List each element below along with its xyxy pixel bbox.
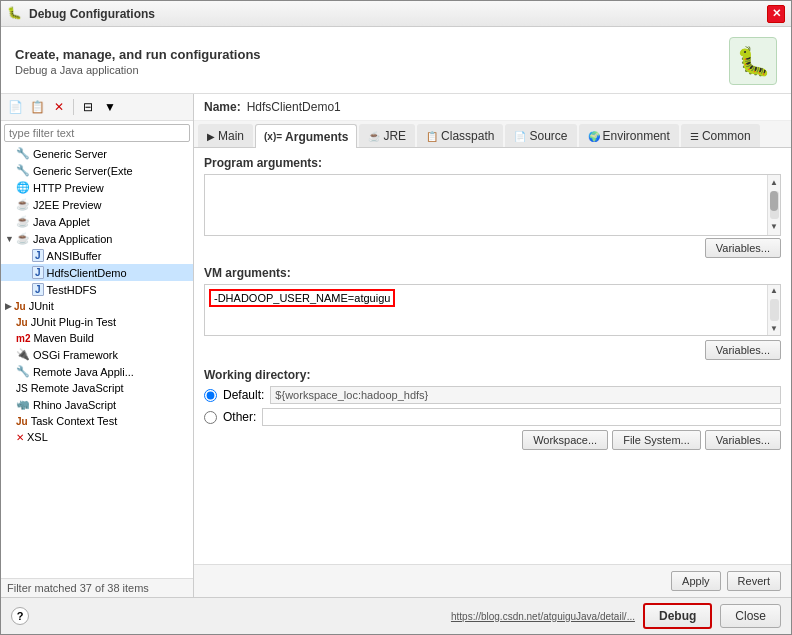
- vm-scrollbar-track: [770, 299, 779, 321]
- filter-status: Filter matched 37 of 38 items: [1, 578, 193, 597]
- tree-item-label: Generic Server(Exte: [33, 165, 133, 177]
- tree-item-label: Rhino JavaScript: [33, 399, 116, 411]
- tree-item[interactable]: 🔧Generic Server(Exte: [1, 162, 193, 179]
- source-tab-label: Source: [529, 129, 567, 143]
- environment-tab-label: Environment: [603, 129, 670, 143]
- default-radio[interactable]: [204, 389, 217, 402]
- tree-item[interactable]: ☕J2EE Preview: [1, 196, 193, 213]
- program-args-box: ▲ ▼: [204, 174, 781, 236]
- program-args-input[interactable]: [205, 175, 767, 235]
- tree-item[interactable]: JHdfsClientDemo: [1, 264, 193, 281]
- default-radio-label: Default:: [223, 388, 264, 402]
- tree-item-label: Task Context Test: [31, 415, 118, 427]
- tab-environment[interactable]: 🌍 Environment: [579, 124, 679, 147]
- tree-item[interactable]: JANSIBuffer: [1, 247, 193, 264]
- tab-source[interactable]: 📄 Source: [505, 124, 576, 147]
- scrollbar-track: [770, 191, 779, 219]
- tree-item-label: Maven Build: [33, 332, 94, 344]
- tree-item[interactable]: 🌐HTTP Preview: [1, 179, 193, 196]
- program-args-label: Program arguments:: [204, 156, 781, 170]
- working-dir-section: Working directory: Default: Other: Works…: [204, 368, 781, 450]
- config-content: Program arguments: ▲ ▼ Variables...: [194, 148, 791, 564]
- jre-tab-icon: ☕: [368, 131, 380, 142]
- tree-item[interactable]: ▶JuJUnit: [1, 298, 193, 314]
- common-tab-label: Common: [702, 129, 751, 143]
- tabs-bar: ▶ Main (x)= Arguments ☕ JRE 📋 Classpath …: [194, 121, 791, 148]
- arguments-tab-icon: (x)=: [264, 131, 282, 142]
- other-radio-label: Other:: [223, 410, 256, 424]
- vm-scroll-down[interactable]: ▼: [770, 323, 778, 335]
- tab-main[interactable]: ▶ Main: [198, 124, 253, 147]
- vm-args-box: -DHADOOP_USER_NAME=atguigu ▲ ▼: [204, 284, 781, 336]
- vm-args-value[interactable]: -DHADOOP_USER_NAME=atguigu: [209, 289, 395, 307]
- tree-item[interactable]: JSRemote JavaScript: [1, 380, 193, 396]
- program-variables-button[interactable]: Variables...: [705, 238, 781, 258]
- tree-item[interactable]: JTestHDFS: [1, 281, 193, 298]
- tree-item[interactable]: 🔌OSGi Framework: [1, 346, 193, 363]
- bottom-right: https://blog.csdn.net/atguiguJava/detail…: [451, 603, 781, 629]
- delete-config-button[interactable]: ✕: [49, 97, 69, 117]
- workspace-button[interactable]: Workspace...: [522, 430, 608, 450]
- apply-button[interactable]: Apply: [671, 571, 721, 591]
- vm-scroll-up[interactable]: ▲: [770, 285, 778, 297]
- window-close-button[interactable]: ✕: [767, 5, 785, 23]
- search-box: [4, 124, 190, 142]
- menu-button[interactable]: ▼: [100, 97, 120, 117]
- tree-item[interactable]: m2Maven Build: [1, 330, 193, 346]
- tree-item-label: TestHDFS: [47, 284, 97, 296]
- debug-button[interactable]: Debug: [643, 603, 712, 629]
- duplicate-config-button[interactable]: 📋: [27, 97, 47, 117]
- vm-args-label: VM arguments:: [204, 266, 781, 280]
- other-radio-row: Other:: [204, 408, 781, 426]
- dir-buttons: Workspace... File System... Variables...: [204, 430, 781, 450]
- arguments-tab-label: Arguments: [285, 130, 348, 144]
- tree-item[interactable]: JuTask Context Test: [1, 413, 193, 429]
- tree-item-label: OSGi Framework: [33, 349, 118, 361]
- scroll-down-arrow[interactable]: ▼: [770, 221, 778, 233]
- main-tab-icon: ▶: [207, 131, 215, 142]
- header-title: Create, manage, and run configurations: [15, 47, 261, 62]
- other-dir-input[interactable]: [262, 408, 781, 426]
- tree-item[interactable]: 🔧Remote Java Appli...: [1, 363, 193, 380]
- tree-item-label: HTTP Preview: [33, 182, 104, 194]
- tree-item[interactable]: 🦏Rhino JavaScript: [1, 396, 193, 413]
- scrollbar-thumb: [770, 191, 778, 211]
- tree-item[interactable]: JuJUnit Plug-in Test: [1, 314, 193, 330]
- classpath-tab-icon: 📋: [426, 131, 438, 142]
- default-radio-row: Default:: [204, 386, 781, 404]
- working-dir-label: Working directory:: [204, 368, 781, 382]
- tree-item[interactable]: ☕Java Applet: [1, 213, 193, 230]
- window-title: Debug Configurations: [29, 7, 767, 21]
- tree-item[interactable]: 🔧Generic Server: [1, 145, 193, 162]
- new-config-button[interactable]: 📄: [5, 97, 25, 117]
- dir-variables-button[interactable]: Variables...: [705, 430, 781, 450]
- tree-item-label: HdfsClientDemo: [47, 267, 127, 279]
- tree-item[interactable]: ▼☕Java Application: [1, 230, 193, 247]
- tab-arguments[interactable]: (x)= Arguments: [255, 124, 357, 148]
- header-subtitle: Debug a Java application: [15, 64, 261, 76]
- close-button[interactable]: Close: [720, 604, 781, 628]
- file-system-button[interactable]: File System...: [612, 430, 701, 450]
- revert-button[interactable]: Revert: [727, 571, 781, 591]
- program-args-section: Program arguments: ▲ ▼ Variables...: [204, 156, 781, 258]
- other-radio[interactable]: [204, 411, 217, 424]
- title-bar: 🐛 Debug Configurations ✕: [1, 1, 791, 27]
- help-button[interactable]: ?: [11, 607, 29, 625]
- tree-item-label: Java Applet: [33, 216, 90, 228]
- collapse-button[interactable]: ⊟: [78, 97, 98, 117]
- search-input[interactable]: [4, 124, 190, 142]
- window-icon: 🐛: [7, 6, 23, 22]
- vm-variables-button[interactable]: Variables...: [705, 340, 781, 360]
- vm-vars-row: Variables...: [204, 340, 781, 360]
- tree-item-label: J2EE Preview: [33, 199, 101, 211]
- tree-item[interactable]: ✕XSL: [1, 429, 193, 445]
- default-dir-input[interactable]: [270, 386, 781, 404]
- name-label: Name:: [204, 100, 241, 114]
- tab-jre[interactable]: ☕ JRE: [359, 124, 415, 147]
- tab-classpath[interactable]: 📋 Classpath: [417, 124, 503, 147]
- tab-common[interactable]: ☰ Common: [681, 124, 760, 147]
- scroll-up-arrow[interactable]: ▲: [770, 177, 778, 189]
- tree-item-label: ANSIBuffer: [47, 250, 102, 262]
- source-tab-icon: 📄: [514, 131, 526, 142]
- environment-tab-icon: 🌍: [588, 131, 600, 142]
